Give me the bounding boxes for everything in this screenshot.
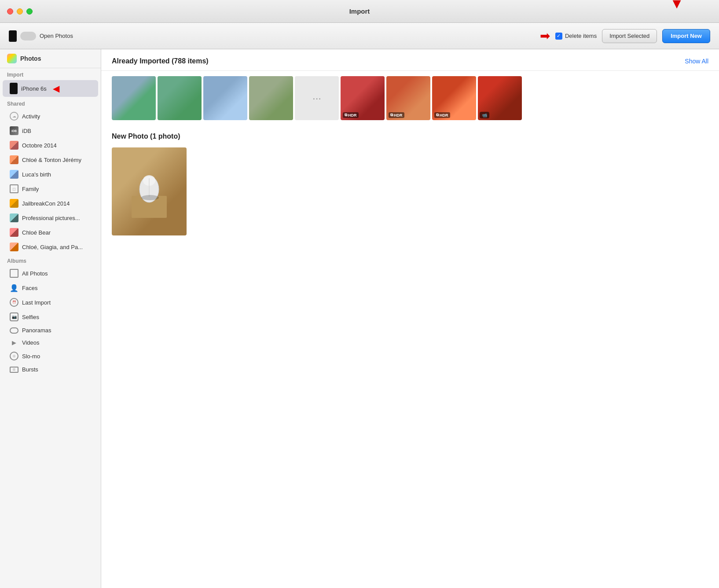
sidebar-item-faces[interactable]: 👤 Faces [3, 281, 98, 295]
sidebar-item-professional-label: Professional pictures... [22, 215, 80, 221]
open-photos-toggle: Open Photos [9, 30, 73, 42]
new-photo-grid [101, 144, 719, 244]
sidebar-item-iphone[interactable]: iPhone 6s ◀ [3, 80, 98, 97]
show-all-link[interactable]: Show All [685, 58, 708, 65]
sidebar-item-luca[interactable]: Luca's birth [3, 167, 98, 181]
selfies-icon: 📷 [10, 312, 18, 321]
delete-items-label-text: Delete items [565, 33, 597, 39]
iphone-device-icon [10, 83, 18, 94]
sidebar-item-activity[interactable]: ☁ Activity [3, 109, 98, 123]
video-camera-icon: 📹 [482, 113, 487, 118]
sidebar-item-chloe-giagia[interactable]: Chloé, Giagia, and Pa... [3, 240, 98, 254]
sidebar-item-bursts[interactable]: ⊟ Bursts [3, 364, 98, 375]
sidebar-item-panoramas[interactable]: Panoramas [3, 324, 98, 336]
sidebar-item-jailbreak-label: JailbreakCon 2014 [22, 200, 70, 207]
bursts-icon: ⊟ [10, 367, 18, 373]
sidebar-item-slo-mo[interactable]: ◎ Slo-mo [3, 349, 98, 363]
delete-items-group: ✓ Delete items [555, 33, 597, 40]
arrow-annotation-top: ▼ [670, 0, 684, 11]
traffic-lights [7, 8, 33, 15]
sidebar-item-jailbreak[interactable]: JailbreakCon 2014 [3, 196, 98, 210]
sidebar-item-selfies-label: Selfies [22, 314, 39, 320]
layers-icon-7: ⧉ [390, 113, 393, 118]
sidebar-item-professional[interactable]: Professional pictures... [3, 211, 98, 225]
idb-thumb-icon: iDB [10, 126, 18, 135]
panoramas-icon [10, 327, 18, 334]
sidebar-item-last-import[interactable]: ⏰ Last Import [3, 295, 98, 309]
professional-thumb-icon [10, 213, 18, 222]
already-imported-grid: ··· ⧉ HDR ⧉ HDR ⧉ HDR [101, 71, 719, 125]
layers-icon-6: ⧉ [345, 113, 347, 118]
clock-icon: ⏰ [10, 298, 18, 307]
octobre-thumb-icon [10, 141, 18, 150]
sidebar-item-idb[interactable]: iDB iDB [3, 124, 98, 138]
sidebar-item-activity-label: Activity [22, 113, 40, 120]
arrow-annotation-toolbar: ➡ [540, 30, 550, 42]
sidebar-item-selfies[interactable]: 📷 Selfies [3, 310, 98, 324]
chloe-giagia-thumb-icon [10, 243, 18, 251]
sidebar-item-family-label: Family [22, 186, 39, 192]
import-selected-button[interactable]: Import Selected [602, 29, 657, 43]
layers-icon-8: ⧉ [436, 113, 439, 118]
hdr-badge-8: ⧉ HDR [434, 112, 450, 118]
toolbar: Open Photos ➡ ✓ Delete items Import Sele… [0, 23, 719, 49]
sidebar: Photos Import iPhone 6s ◀ Shared ☁ Activ… [0, 49, 101, 588]
open-photos-switch[interactable] [20, 32, 36, 40]
arrow-annotation-device: ◀ [53, 83, 59, 94]
iphone-icon [9, 30, 17, 42]
import-new-button[interactable]: Import New [662, 29, 710, 43]
delete-items-checkbox[interactable]: ✓ [555, 33, 562, 40]
sidebar-item-chloe-giagia-label: Chloé, Giagia, and Pa... [22, 244, 83, 250]
imported-photo-4[interactable] [249, 76, 293, 120]
faces-icon: 👤 [10, 283, 18, 292]
sidebar-item-chloe-tonton[interactable]: Chloé & Tonton Jérémy [3, 153, 98, 167]
window-title: Import [349, 7, 370, 15]
imported-photo-1[interactable] [112, 76, 156, 120]
imported-photo-3[interactable] [203, 76, 247, 120]
sidebar-photos-label: Photos [20, 55, 41, 62]
import-section-header: Import [0, 68, 101, 80]
maximize-button[interactable] [26, 8, 33, 15]
imported-photo-9[interactable]: 📹 [478, 76, 522, 120]
new-photo-mouse[interactable] [112, 147, 187, 235]
sidebar-item-all-photos-label: All Photos [22, 270, 48, 277]
jailbreak-thumb-icon [10, 199, 18, 208]
sidebar-photos[interactable]: Photos [0, 49, 101, 68]
svg-point-4 [141, 195, 159, 200]
slo-mo-icon: ◎ [10, 352, 18, 360]
imported-photo-6[interactable]: ⧉ HDR [341, 76, 385, 120]
sidebar-item-bursts-label: Bursts [22, 366, 38, 373]
sidebar-item-chloe-bear[interactable]: Chloé Bear [3, 225, 98, 239]
already-imported-title: Already Imported (788 items) [112, 57, 209, 65]
sidebar-item-faces-label: Faces [22, 285, 37, 291]
sidebar-item-all-photos[interactable]: All Photos [3, 266, 98, 280]
new-photo-header: New Photo (1 photo) [101, 125, 719, 144]
sidebar-item-octobre[interactable]: Octobre 2014 [3, 138, 98, 152]
already-imported-header: Already Imported (788 items) Show All [101, 49, 719, 71]
photos-app-icon [7, 54, 17, 63]
imported-photo-8[interactable]: ⧉ HDR [432, 76, 476, 120]
albums-section-header: Albums [0, 254, 101, 266]
hdr-badge-7: ⧉ HDR [389, 112, 404, 118]
sidebar-item-chloe-bear-label: Chloé Bear [22, 229, 51, 236]
open-photos-label: Open Photos [40, 33, 73, 39]
title-bar: Import ▼ [0, 0, 719, 23]
toolbar-right: ✓ Delete items Import Selected Import Ne… [555, 29, 710, 43]
sidebar-item-family[interactable]: □ Family [3, 182, 98, 196]
device-label: iPhone 6s [21, 85, 47, 92]
sidebar-item-chloe-tonton-label: Chloé & Tonton Jérémy [22, 157, 81, 163]
hdr-badge-6: ⧉ HDR [343, 112, 359, 118]
minimize-button[interactable] [17, 8, 23, 15]
new-photo-title: New Photo (1 photo) [112, 132, 180, 140]
imported-photo-7[interactable]: ⧉ HDR [386, 76, 430, 120]
close-button[interactable] [7, 8, 13, 15]
luca-thumb-icon [10, 170, 18, 179]
sidebar-item-octobre-label: Octobre 2014 [22, 142, 57, 149]
mouse-svg [132, 165, 167, 218]
chloe-bear-thumb-icon [10, 228, 18, 237]
sidebar-item-videos-label: Videos [22, 339, 40, 346]
imported-photo-2[interactable] [158, 76, 202, 120]
all-photos-icon [10, 269, 18, 278]
sidebar-item-videos[interactable]: ▶ Videos [3, 337, 98, 349]
family-icon: □ [10, 184, 18, 193]
